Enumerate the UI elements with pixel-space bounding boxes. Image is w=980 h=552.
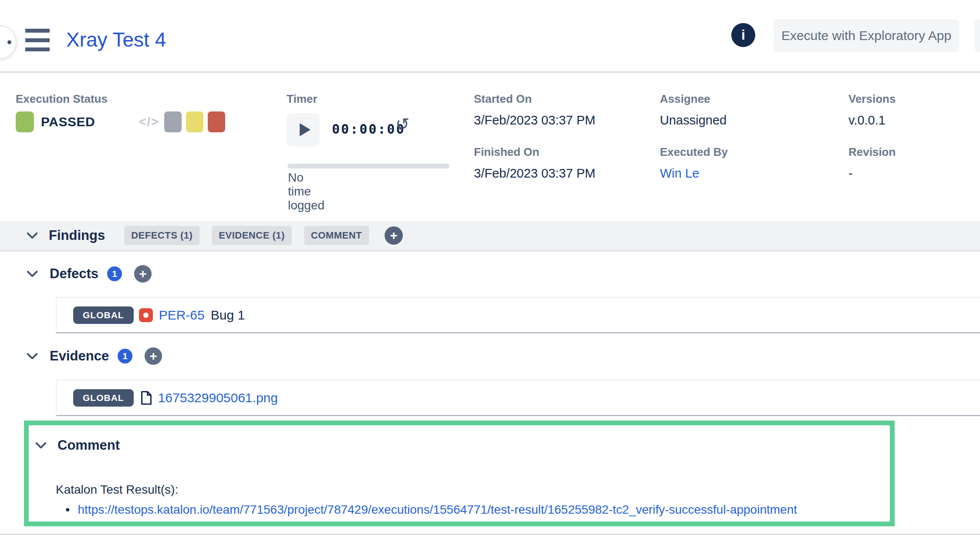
menu-bar [25,29,50,33]
bottom-divider [0,534,980,535]
started-on-value: 3/Feb/2023 03:37 PM [474,113,595,128]
header-divider [0,71,980,73]
defect-summary: Bug 1 [211,308,245,323]
katalon-result-link[interactable]: https://testops.katalon.io/team/771563/p… [78,502,797,518]
evidence-title: Evidence [50,348,109,364]
timer-reset-icon[interactable]: ↺ [395,116,409,132]
status-executing-button[interactable] [186,111,203,132]
execution-status: PASSED [16,111,95,133]
timer-label: Timer [287,92,317,106]
menu-bar [25,38,50,42]
versions-value: v.0.0.1 [848,113,885,128]
findings-section-header: Findings DEFECTS (1) EVIDENCE (1) COMMEN… [0,221,980,252]
back-button[interactable] [0,25,17,59]
comment-heading: Comment [36,438,120,453]
execute-exploratory-button[interactable]: Execute with Exploratory App [774,19,959,52]
timer-value: 00:00:00 [332,121,406,137]
add-defect-button[interactable]: + [134,265,152,283]
timer-note: No time logged [288,171,324,212]
scope-badge: GLOBAL [73,306,134,324]
comment-intro: Katalon Test Result(s): [56,483,178,497]
evidence-file-link[interactable]: 1675329905061.png [158,390,278,405]
comment-title: Comment [57,438,120,453]
bug-icon [139,308,153,322]
versions-label: Versions [848,92,896,106]
info-glyph: i [741,27,745,43]
evidence-count-badge: 1 [118,349,132,364]
comment-section-highlighted: Comment Katalon Test Result(s): • https:… [24,421,895,526]
evidence-row: GLOBAL 1675329905061.png [56,380,980,416]
comment-list-item: • https://testops.katalon.io/team/771563… [65,502,797,518]
page-title: Xray Test 4 [66,28,166,51]
timer-play-button[interactable] [287,113,320,146]
assignee-label: Assignee [660,92,710,106]
finished-on-label: Finished On [474,145,539,159]
info-icon[interactable]: i [731,23,755,47]
findings-chips: DEFECTS (1) EVIDENCE (1) COMMENT [124,226,369,245]
defect-key-link[interactable]: PER-65 [159,308,205,323]
menu-icon[interactable] [25,29,50,51]
execution-status-label: Execution Status [16,92,108,106]
assignee-value: Unassigned [660,113,727,128]
status-todo-button[interactable] [164,111,182,132]
comment-chip[interactable]: COMMENT [304,226,369,245]
executed-by-label: Executed By [660,145,728,159]
status-passed-swatch [16,111,34,132]
defects-chip[interactable]: DEFECTS (1) [124,226,199,245]
time-progress-bar [287,164,449,168]
evidence-heading: Evidence 1 + [27,346,162,366]
status-value: PASSED [41,114,95,129]
findings-title: Findings [49,228,105,243]
executed-by-link[interactable]: Win Le [660,166,699,181]
revision-label: Revision [848,145,896,159]
add-finding-button[interactable]: + [385,226,403,245]
test-execution-page: Xray Test 4 i Execute with Exploratory A… [0,0,980,552]
defects-heading: Defects 1 + [27,264,152,284]
defect-row: GLOBAL PER-65 Bug 1 [56,297,980,333]
finished-on-value: 3/Feb/2023 03:37 PM [474,166,595,181]
clipped-toolbar-button[interactable] [975,19,980,52]
defects-count-badge: 1 [107,266,122,281]
chevron-down-icon[interactable] [27,232,37,239]
back-icon [7,40,11,44]
defects-title: Defects [50,266,98,282]
status-picker: </> [139,111,225,133]
revision-value: - [848,166,853,181]
add-evidence-button[interactable]: + [145,347,162,365]
menu-bar [25,47,50,51]
scope-badge: GLOBAL [73,389,134,407]
started-on-label: Started On [474,92,532,106]
chevron-down-icon[interactable] [27,271,37,277]
play-icon [300,123,311,136]
code-status-icon[interactable]: </> [139,115,159,129]
chevron-down-icon[interactable] [36,442,46,448]
evidence-chip[interactable]: EVIDENCE (1) [212,226,291,245]
bullet-icon: • [65,502,70,518]
chevron-down-icon[interactable] [27,353,37,359]
status-failed-button[interactable] [208,111,225,132]
file-icon [141,391,152,405]
